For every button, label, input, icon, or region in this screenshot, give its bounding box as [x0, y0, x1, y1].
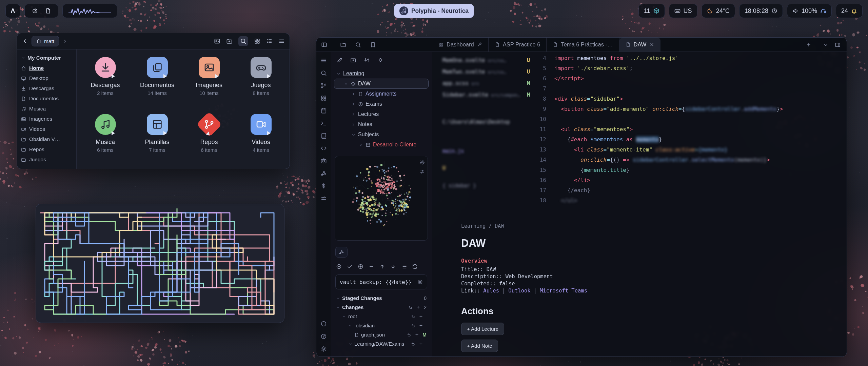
git-row-chevron-icon[interactable]	[342, 314, 346, 319]
notifications-module[interactable]: 24	[836, 4, 863, 18]
sidebar-item[interactable]: Videos	[21, 124, 72, 134]
open-file-row[interactable]: app.scss src M	[442, 78, 535, 90]
folder-plus-button[interactable]	[350, 56, 356, 63]
tree-chevron-icon[interactable]	[359, 143, 363, 147]
action-button[interactable]: + Add Lecture	[461, 323, 504, 335]
listview-button[interactable]	[266, 38, 273, 44]
git-change-row[interactable]: root	[335, 312, 428, 321]
circle-plus-button[interactable]	[358, 263, 363, 270]
open-file-row[interactable]: Sidebar.svelte src/compon… M	[442, 90, 535, 101]
git-change-row[interactable]: .obsidian	[335, 321, 428, 330]
folder-item[interactable]: Imagenes 10 items	[183, 54, 235, 111]
tree-chevron-icon[interactable]	[351, 112, 356, 117]
sidebar-item[interactable]: Desktop	[21, 73, 72, 83]
folder-item[interactable]: Videos 4 items	[235, 111, 287, 168]
sidebar-item[interactable]: Imagenes	[21, 114, 72, 124]
refresh-button[interactable]	[412, 263, 418, 270]
sidebar-item[interactable]: Descargas	[21, 83, 72, 94]
down-button[interactable]	[390, 263, 396, 270]
graph-view[interactable]	[335, 156, 428, 240]
note-breadcrumb[interactable]: Learning / DAW	[461, 223, 833, 229]
gear-button[interactable]	[419, 159, 425, 165]
clock-module[interactable]: 18:08:28	[739, 4, 783, 18]
keyboard-layout-module[interactable]: US	[669, 4, 697, 18]
tree-item[interactable]: Lectures	[334, 109, 429, 119]
volume-module[interactable]: 100%	[787, 4, 832, 18]
sidebar-item[interactable]: Juegos	[21, 155, 72, 165]
sidebar-section-header[interactable]: My Computer	[21, 53, 72, 63]
sidebar-item[interactable]: Obsidian V…	[21, 134, 72, 144]
tree-item[interactable]: Desarrollo-Cliente	[334, 140, 429, 150]
grid-button[interactable]	[254, 38, 260, 44]
tree-item[interactable]: Exams	[334, 99, 429, 109]
sort-button[interactable]	[364, 56, 370, 63]
graph-switch-button[interactable]	[335, 247, 348, 258]
discard-icon[interactable]	[408, 305, 413, 309]
breadcrumb-next-icon[interactable]	[62, 39, 67, 44]
folder-item[interactable]: Juegos 8 items	[235, 54, 287, 111]
search-button[interactable]	[238, 36, 248, 46]
tab-action-icon[interactable]	[477, 42, 482, 47]
editor-tab[interactable]: DAW	[619, 38, 661, 52]
tree-item[interactable]: Assignments	[334, 89, 429, 99]
back-button[interactable]	[22, 38, 28, 44]
git-row-chevron-icon[interactable]	[336, 296, 340, 300]
folder-item[interactable]: Repos 6 items	[183, 111, 235, 168]
sidebar-item[interactable]: Musica	[21, 104, 72, 114]
graph-button[interactable]	[320, 169, 327, 177]
tree-chevron-icon[interactable]	[351, 102, 356, 106]
book-button[interactable]	[320, 132, 327, 139]
breadcrumb[interactable]: matt	[32, 36, 59, 46]
panel-left-toggle-icon[interactable]	[321, 42, 327, 48]
up-button[interactable]	[379, 263, 385, 270]
launcher-button[interactable]: Λ	[5, 4, 20, 18]
code-editor[interactable]: 4import mementoes from '../../store.js'5…	[535, 53, 847, 220]
editor-tab[interactable]: ASP Practice 6	[489, 38, 547, 52]
folder-plus-button[interactable]	[226, 38, 233, 44]
sidebar-item[interactable]: Documentos	[21, 94, 72, 104]
stage-icon[interactable]	[415, 332, 419, 337]
note-link[interactable]: Microsoft Teams	[540, 288, 587, 294]
folder-item[interactable]: Descargas 2 items	[79, 54, 131, 111]
chev-down-button[interactable]	[823, 41, 829, 48]
tree-item[interactable]: Learning	[334, 68, 429, 79]
calendar-button[interactable]	[320, 107, 327, 114]
sliders-button[interactable]	[419, 168, 425, 175]
gear-button[interactable]	[320, 345, 327, 352]
weather-module[interactable]: 24°C	[702, 4, 735, 18]
search-tab-button[interactable]	[355, 41, 361, 48]
action-button[interactable]: + Add Note	[461, 340, 498, 352]
folder-item[interactable]: Documentos 14 items	[131, 54, 183, 111]
circle-minus-button[interactable]	[336, 263, 342, 270]
tree-item[interactable]: Subjects	[334, 129, 429, 140]
tree-chevron-icon[interactable]	[344, 82, 348, 86]
list-button[interactable]	[401, 263, 407, 270]
open-file-row[interactable]: MemTwo.svelte src/co… U	[442, 67, 535, 78]
git-row-chevron-icon[interactable]	[348, 324, 352, 328]
code-button[interactable]	[320, 144, 327, 152]
tree-chevron-icon[interactable]	[351, 133, 356, 137]
terminal-button[interactable]	[320, 119, 327, 127]
tab-action-icon[interactable]	[649, 42, 654, 47]
discard-icon[interactable]	[411, 342, 415, 346]
clear-input-icon[interactable]	[417, 279, 423, 285]
edit-button[interactable]	[337, 56, 343, 63]
file-manager-titlebar[interactable]: matt	[17, 33, 290, 49]
git-change-row[interactable]: Changes 2	[335, 303, 428, 312]
tree-chevron-icon[interactable]	[351, 92, 356, 96]
discard-icon[interactable]	[411, 314, 415, 319]
stage-icon[interactable]	[419, 314, 423, 319]
tree-chevron-icon[interactable]	[351, 122, 356, 127]
stage-icon[interactable]	[419, 342, 423, 346]
menu-button[interactable]	[320, 57, 327, 64]
menu-button[interactable]	[278, 38, 285, 44]
sidebar-item[interactable]: Home	[21, 63, 72, 73]
discard-icon[interactable]	[407, 332, 411, 337]
file-workspace-icon[interactable]	[43, 6, 53, 16]
tree-item[interactable]: DAW	[334, 79, 429, 89]
collapse-button[interactable]	[377, 56, 383, 63]
git-change-row[interactable]: graph.json M	[335, 330, 428, 339]
discard-icon[interactable]	[411, 323, 415, 328]
bookmark-tab-button[interactable]	[370, 41, 376, 48]
updates-module[interactable]: 11	[638, 4, 665, 18]
